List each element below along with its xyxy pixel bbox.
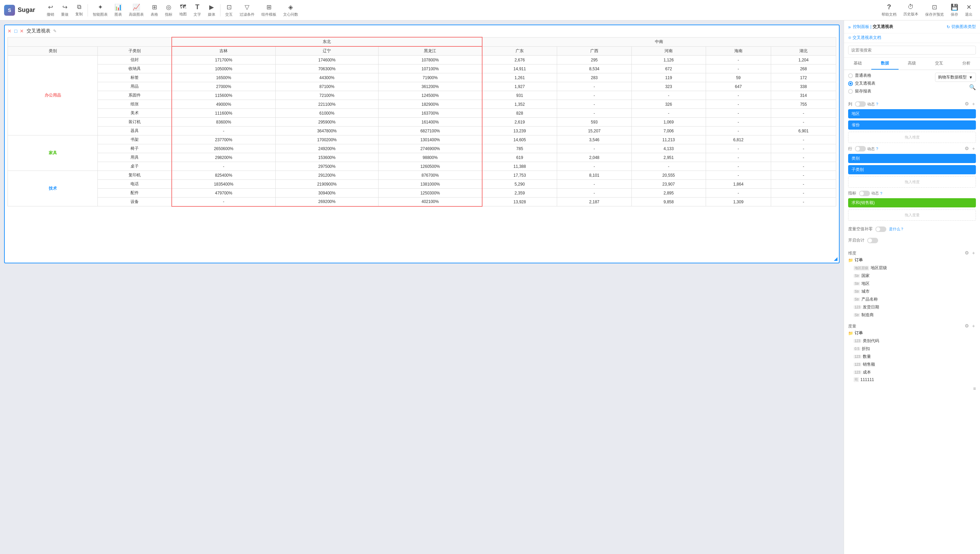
toolbar-media[interactable]: ▶ 媒体 bbox=[204, 0, 219, 20]
toolbar-metrics[interactable]: ◎ 指标 bbox=[162, 0, 176, 20]
guangxi-cell: - bbox=[557, 180, 632, 188]
search-input[interactable] bbox=[848, 46, 976, 54]
row-drag-zone[interactable]: 拖入维度 bbox=[848, 176, 976, 188]
col-drag-zone[interactable]: 拖入维度 bbox=[848, 132, 976, 143]
metric-dynamic-toggle[interactable] bbox=[859, 191, 870, 196]
dim-settings-icon[interactable]: ⚙ bbox=[965, 250, 969, 256]
mea-item-quantity[interactable]: 123 数量 bbox=[854, 353, 976, 361]
switch-chart-type-link[interactable]: ↻ 切换图表类型 bbox=[947, 24, 976, 30]
toolbar-ai-qa[interactable]: ◈ 文心问数 bbox=[280, 0, 302, 20]
dim-item-region[interactable]: Str 地区 bbox=[854, 280, 976, 287]
history-icon: ⏱ bbox=[908, 3, 914, 11]
metrics-label: 指标 bbox=[165, 12, 172, 17]
doc-link[interactable]: ⊙ 交叉透视表文档 bbox=[848, 35, 881, 40]
toolbar-help[interactable]: ? 帮助文档 bbox=[878, 3, 900, 17]
jilin-cell: 27000% bbox=[172, 82, 275, 91]
toolbar-save-preview[interactable]: ⊡ 保存并预览 bbox=[922, 3, 947, 17]
dim-item-country[interactable]: Str 国家 bbox=[854, 272, 976, 280]
sub-cell: 复印机 bbox=[98, 171, 172, 180]
dim-item-product[interactable]: Str 产品名称 bbox=[854, 295, 976, 303]
toolbar-interact[interactable]: ⊡ 交互 bbox=[222, 0, 236, 20]
heilongjiang-cell: 107800% bbox=[378, 56, 482, 64]
col-tag-shengfen[interactable]: 省份 bbox=[848, 120, 976, 129]
scrollbar-icon[interactable]: ≡ bbox=[973, 386, 976, 391]
panel-expand-icon[interactable]: » bbox=[848, 24, 851, 30]
search-icon[interactable]: 🔍 bbox=[969, 84, 976, 90]
mea-item-cost[interactable]: 123 成本 bbox=[854, 369, 976, 376]
metric-label-left: 指标 动态 ? bbox=[848, 190, 882, 196]
chart-close-icon[interactable]: ✕ bbox=[8, 28, 11, 34]
tab-interact[interactable]: 交互 bbox=[926, 57, 953, 70]
mea-item-discount[interactable]: 0.5 折扣 bbox=[854, 345, 976, 353]
heilongjiang-cell: 107100% bbox=[378, 64, 482, 73]
liaoning-cell: 221100% bbox=[275, 100, 378, 109]
col-add-icon[interactable]: ＋ bbox=[971, 101, 976, 107]
mea-settings-icon[interactable]: ⚙ bbox=[965, 323, 969, 329]
toolbar-text[interactable]: T 文字 bbox=[190, 0, 204, 20]
dimension-folder[interactable]: 📁 订单 bbox=[848, 256, 976, 264]
guangxi-cell: - bbox=[557, 82, 632, 91]
col-header-jilin: 吉林 bbox=[172, 46, 275, 56]
toolbar-smart-chart[interactable]: ✦ 智能图表 bbox=[89, 0, 111, 20]
metric-dynamic-help[interactable]: ? bbox=[880, 192, 882, 195]
smart-chart-icon: ✦ bbox=[98, 3, 103, 11]
toolbar-undo[interactable]: ↩ 撤销 bbox=[43, 0, 57, 20]
toolbar-chart[interactable]: 📊 图表 bbox=[111, 0, 126, 20]
radio-normal-table[interactable]: 普通表格 bbox=[848, 73, 875, 78]
table-label: 表格 bbox=[151, 12, 158, 17]
mea-item-111111[interactable]: 司 111111 bbox=[854, 376, 976, 383]
chart-copy-icon[interactable]: □ bbox=[14, 28, 17, 34]
table-row: 电话1835400%2190900%1381000%5,290-23,9071,… bbox=[8, 180, 836, 188]
toolbar-redo[interactable]: ↪ 重做 bbox=[57, 0, 72, 20]
row-tag-cat[interactable]: 类别 bbox=[848, 154, 976, 163]
toolbar-history[interactable]: ⏱ 历史版本 bbox=[900, 3, 922, 17]
dim-item-manufacturer[interactable]: Str 制造商 bbox=[854, 311, 976, 319]
dim-item-shipdate[interactable]: 123 发货日期 bbox=[854, 303, 976, 311]
chart-edit-icon[interactable]: ✎ bbox=[53, 29, 57, 34]
row-dynamic-toggle[interactable] bbox=[855, 146, 866, 152]
tab-analysis[interactable]: 分析 bbox=[953, 57, 980, 70]
mea-item-catcode[interactable]: 123 类别代码 bbox=[854, 337, 976, 345]
tab-basic[interactable]: 基础 bbox=[844, 57, 871, 70]
data-model-dropdown[interactable]: 购物车数据模型 ▼ bbox=[935, 73, 976, 82]
toolbar-table[interactable]: ⊞ 表格 bbox=[147, 0, 162, 20]
mea-item-sales[interactable]: 123 销售额 bbox=[854, 361, 976, 369]
dim-add-icon[interactable]: ＋ bbox=[971, 250, 976, 256]
measure-folder[interactable]: 📁 订单 bbox=[848, 329, 976, 337]
col-dynamic-toggle[interactable] bbox=[855, 101, 866, 107]
toolbar-widget-template[interactable]: ⊞ 组件模板 bbox=[258, 0, 280, 20]
tab-data[interactable]: 数据 bbox=[871, 57, 899, 70]
radio-cross-table[interactable]: 交叉透视表 bbox=[848, 80, 875, 86]
toolbar-save[interactable]: 💾 保存 bbox=[947, 3, 962, 17]
row-tag-subcat[interactable]: 子类别 bbox=[848, 165, 976, 174]
radio-retention-table[interactable]: 留存报表 bbox=[848, 88, 875, 94]
toolbar-copy[interactable]: ⧉ 复制 bbox=[72, 0, 86, 20]
hubei-cell: - bbox=[771, 180, 836, 188]
toolbar-map[interactable]: 🗺 地图 bbox=[176, 0, 190, 20]
row-add-icon[interactable]: ＋ bbox=[971, 146, 976, 152]
col-settings-icon[interactable]: ⚙ bbox=[965, 101, 969, 107]
sum-toggle[interactable] bbox=[867, 238, 878, 243]
toolbar-exit[interactable]: ✕ 退出 bbox=[962, 3, 976, 17]
metric-drag-zone[interactable]: 拖入度量 bbox=[848, 209, 976, 221]
row-dynamic-help[interactable]: ? bbox=[876, 147, 878, 151]
nullfill-help[interactable]: 是什么？ bbox=[889, 227, 904, 231]
mea-add-icon[interactable]: ＋ bbox=[971, 323, 976, 329]
dim-item-city[interactable]: Str 城市 bbox=[854, 287, 976, 295]
row-settings-icon[interactable]: ⚙ bbox=[965, 146, 969, 152]
doc-icon: ⊙ bbox=[848, 35, 853, 40]
col-tag-diqv[interactable]: 地区 bbox=[848, 109, 976, 118]
guangdong-cell: 2,676 bbox=[482, 56, 557, 64]
toolbar-advanced-chart[interactable]: 📈 高级图表 bbox=[126, 0, 147, 20]
dim-item-region-hierarchy[interactable]: 地区层级 地区层级 bbox=[854, 264, 976, 272]
nullfill-toggle[interactable] bbox=[875, 227, 886, 232]
scrollbar-row: ≡ bbox=[848, 386, 976, 391]
col-dynamic-help[interactable]: ? bbox=[876, 102, 878, 106]
henan-cell: 2,951 bbox=[632, 153, 706, 162]
toolbar-filter[interactable]: ▽ 过滤条件 bbox=[236, 0, 258, 20]
breadcrumb-current: 交叉透视表 bbox=[873, 24, 893, 29]
chart-cross-icon[interactable]: ✕ bbox=[20, 28, 24, 34]
metric-tag-sales[interactable]: 求和(销售额) bbox=[848, 198, 976, 208]
tab-advanced[interactable]: 高级 bbox=[899, 57, 926, 70]
col-header-sub: 子类别 bbox=[98, 46, 172, 56]
